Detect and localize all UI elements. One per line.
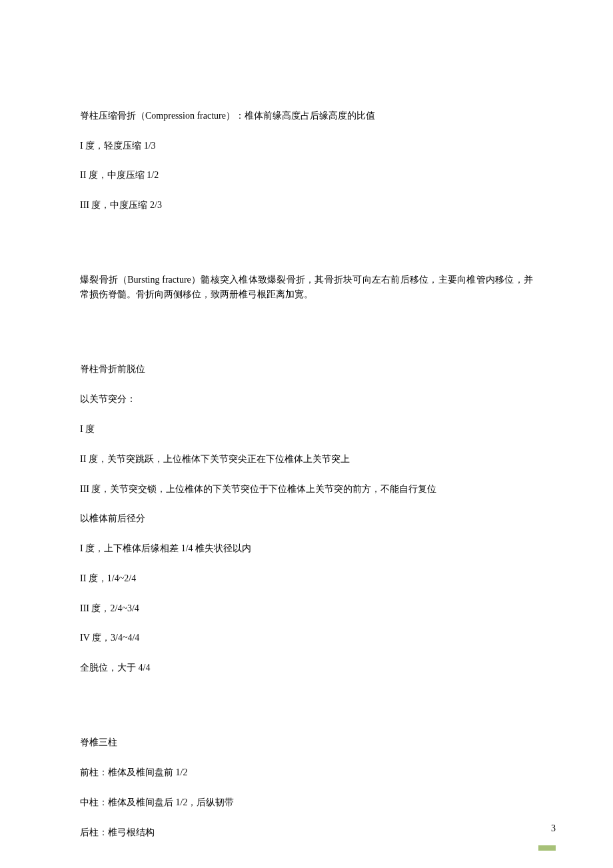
text-line: 以椎体前后径分: [80, 511, 533, 526]
text-line: III 度，2/4~3/4: [80, 601, 533, 616]
text-line: 脊椎三柱: [80, 735, 533, 750]
blank-line: [80, 691, 533, 705]
text-line: I 度，上下椎体后缘相差 1/4 椎失状径以内: [80, 541, 533, 556]
text-line: III 度，关节突交锁，上位椎体的下关节突位于下位椎体上关节突的前方，不能自行复…: [80, 482, 533, 497]
text-line: 脊柱骨折前脱位: [80, 362, 533, 377]
text-line: III 度，中度压缩 2/3: [80, 198, 533, 213]
document-page: 脊柱压缩骨折（Compression fracture）：椎体前缘高度占后缘高度…: [0, 0, 613, 868]
document-content: 脊柱压缩骨折（Compression fracture）：椎体前缘高度占后缘高度…: [80, 79, 533, 868]
page-number: 3: [551, 821, 556, 836]
blank-line: [80, 228, 533, 243]
text-line: 全脱位，大于 4/4: [80, 661, 533, 675]
text-line: I 度，轻度压缩 1/3: [80, 139, 533, 153]
page-number-accent: [538, 845, 556, 851]
text-line: 中柱：椎体及椎间盘后 1/2，后纵韧带: [80, 795, 533, 810]
text-line: II 度，中度压缩 1/2: [80, 168, 533, 183]
blank-line: [80, 317, 533, 332]
blank-line: [80, 855, 533, 868]
text-line: 爆裂骨折（Bursting fracture）髓核突入椎体致爆裂骨折，其骨折块可…: [80, 273, 533, 303]
text-line: 脊柱压缩骨折（Compression fracture）：椎体前缘高度占后缘高度…: [80, 109, 533, 123]
text-line: 前柱：椎体及椎间盘前 1/2: [80, 765, 533, 780]
text-line: 后柱：椎弓根结构: [80, 825, 533, 840]
text-line: II 度，1/4~2/4: [80, 571, 533, 586]
text-line: 以关节突分：: [80, 392, 533, 407]
text-line: I 度: [80, 422, 533, 437]
text-line: II 度，关节突跳跃，上位椎体下关节突尖正在下位椎体上关节突上: [80, 452, 533, 467]
text-line: IV 度，3/4~4/4: [80, 631, 533, 645]
